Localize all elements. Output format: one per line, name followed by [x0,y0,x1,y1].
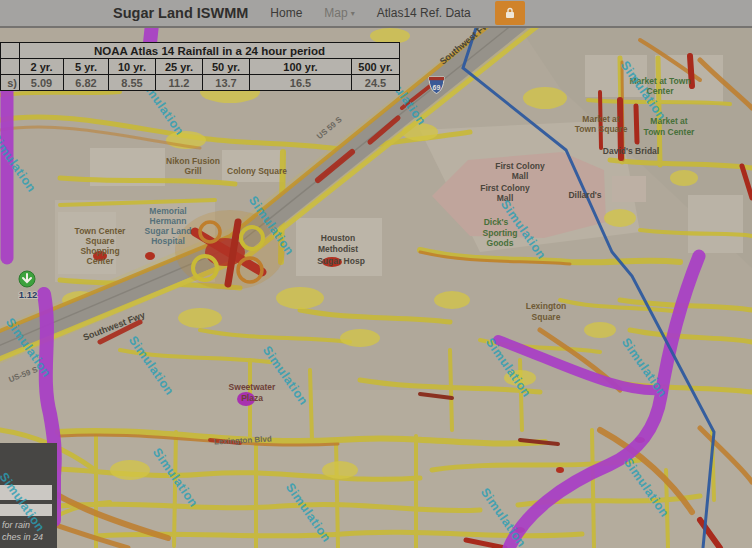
col-header: 100 yr. [250,59,352,75]
poi-label: Colony Square [227,166,287,176]
poi-label: Center [87,256,115,266]
rain-value: 16.5 [250,75,352,91]
nav-atlas14-ref-data[interactable]: Atlas14 Ref. Data [377,6,471,20]
poi-label: Town Center [75,226,127,236]
nav-map[interactable]: Map▾ [324,6,354,20]
rain-value: 8.55 [109,75,156,91]
rain-value: 13.7 [203,75,250,91]
chevron-down-icon: ▾ [351,9,355,18]
row-label-fragment: s) [1,75,20,91]
poi-label: Town Center [644,127,696,137]
rain-value: 5.09 [20,75,64,91]
table-values-row: s) 5.09 6.82 8.55 11.2 13.7 16.5 24.5 [1,75,400,91]
svg-text:69: 69 [433,84,441,91]
poi-label: David's Bridal [603,146,659,156]
legend-caption-line2: ches in 24 [2,531,62,543]
poi-label: Lexington [526,301,567,311]
poi-label: Houston [321,233,355,243]
poi-label: Methodist [318,244,358,254]
poi-label: Memorial [149,206,186,216]
poi-label: Nikon Fusion [166,156,220,166]
col-header: 50 yr. [203,59,250,75]
col-header: 10 yr. [109,59,156,75]
lock-icon [504,7,516,19]
poi-label: Town Square [575,124,628,134]
poi-label: Hermann [150,216,187,226]
nav-home[interactable]: Home [270,6,302,20]
poi-label: Square [86,236,115,246]
marker-value-label: 1.12 [19,289,38,300]
poi-label: Dillard's [568,190,601,200]
poi-label: Mall [512,171,529,181]
rain-value: 11.2 [156,75,203,91]
col-header: 5 yr. [64,59,109,75]
poi-label: Plaza [241,393,263,403]
poi-label: Goods [487,238,514,248]
col-header: 25 yr. [156,59,203,75]
poi-label: Grill [184,166,201,176]
table-header-row: 2 yr. 5 yr. 10 yr. 25 yr. 50 yr. 100 yr.… [1,59,400,75]
app-title: Sugar Land ISWMM [113,5,248,21]
poi-label: Sweetwater [229,382,276,392]
rain-value: 24.5 [352,75,400,91]
table-title-row: NOAA Atlas 14 Rainfall in a 24 hour peri… [1,43,400,59]
poi-label: Sugar Land [145,226,192,236]
poi-label: Sugar Hosp [317,256,365,266]
rainfall-table: NOAA Atlas 14 Rainfall in a 24 hour peri… [0,42,400,91]
poi-label: Square [532,312,561,322]
col-header: 500 yr. [352,59,400,75]
col-header: 2 yr. [20,59,64,75]
poi-label: First Colony [480,183,530,193]
poi-label: Dick's [484,217,509,227]
poi-label: Hospital [151,236,185,246]
poi-label: Market at [582,114,619,124]
poi-label: First Colony [495,161,545,171]
poi-label: Sporting [483,228,518,238]
table-title: NOAA Atlas 14 Rainfall in a 24 hour peri… [20,43,400,59]
app-header: Sugar Land ISWMM Home Map▾ Atlas14 Ref. … [0,0,752,28]
poi-label: Shopping [80,246,119,256]
rain-value: 6.82 [64,75,109,91]
lock-button[interactable] [495,1,525,25]
